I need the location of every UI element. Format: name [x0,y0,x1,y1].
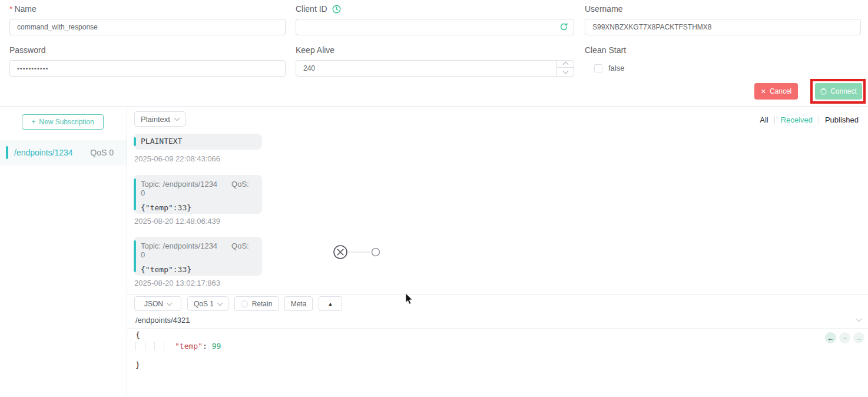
message-payload: {"temp":33} [141,265,254,274]
chevron-down-icon [217,300,223,306]
name-input[interactable] [9,19,286,35]
tab-all[interactable]: All [754,115,774,124]
tab-received[interactable]: Received [775,115,819,124]
connect-button[interactable]: Connect [815,83,862,100]
keep-alive-input[interactable] [296,60,574,77]
clean-start-value: false [608,64,624,72]
message-accent-bar [134,137,136,146]
disconnected-status-icon [332,243,385,263]
password-label: Password [9,45,45,55]
mouse-cursor [405,293,413,307]
subscription-qos: QoS 0 [90,148,114,157]
payload-editor[interactable]: { "temp": 99 } [135,330,830,370]
stepper-down-icon[interactable] [557,68,574,75]
message-meta: Topic: /endpoints/1234QoS: 0 [141,241,254,259]
subscription-topic: /endpoints/1234 [14,148,73,157]
clean-start-checkbox[interactable] [594,64,602,72]
clean-start-control: false [594,64,624,72]
editor-line: } [135,360,830,370]
password-input[interactable] [9,60,286,77]
history-middle-button[interactable]: − [839,332,850,343]
app-window: *Name Client ID Username Password Keep A… [0,0,868,397]
message-payload: {"temp":33} [141,203,254,212]
meta-button[interactable]: Meta [284,296,313,311]
publish-topic-input[interactable] [135,316,842,325]
username-input[interactable] [585,19,861,35]
client-id-input[interactable] [296,19,574,35]
tab-published[interactable]: Published [819,115,864,124]
chevron-down-icon [174,115,180,121]
triangle-up-icon: ▲ [328,301,333,307]
history-forward-button[interactable]: → [853,332,864,343]
topic-chevron-down-icon[interactable] [856,316,862,322]
qos-select[interactable]: QoS 1 [187,296,228,311]
message-timestamp: 2025-08-20 13:02:17:863 [134,279,220,287]
loading-spinner-icon [820,88,827,95]
retain-radio-icon [241,300,248,307]
arrow-left-icon: ← [827,334,834,342]
cancel-button[interactable]: ✕ Cancel [754,83,798,100]
payload-type-select[interactable]: JSON [134,296,181,311]
subscription-item[interactable]: /endpoints/1234 QoS 0 [0,140,127,166]
required-asterisk: * [9,4,12,14]
message-payload: PLAINTEXT [141,137,254,145]
arrow-right-icon: → [856,334,863,342]
editor-line [135,351,830,360]
message-timestamp: 2025-06-09 22:08:43:066 [134,154,220,163]
message-card: PLAINTEXT [134,134,262,150]
minus-icon: − [843,334,847,342]
editor-line: { [135,330,830,340]
plus-icon: + [31,118,35,126]
message-accent-bar [134,178,136,210]
collapse-panel-button[interactable]: ▲ [319,296,342,311]
refresh-client-id-icon[interactable] [559,22,568,33]
keep-alive-stepper[interactable] [556,60,574,77]
retain-toggle[interactable]: Retain [234,296,279,311]
clock-icon [332,5,341,14]
message-card: Topic: /endpoints/1234QoS: 0 {"temp":33} [134,175,262,214]
editor-line: "temp": 99 [135,341,830,351]
chevron-down-icon [167,300,173,306]
new-subscription-button[interactable]: + New Subscription [22,114,104,130]
close-icon: ✕ [761,88,766,95]
client-id-label: Client ID [296,4,341,14]
clean-start-label: Clean Start [585,45,626,55]
message-card: Topic: /endpoints/1234QoS: 0 {"temp":33} [134,237,262,276]
username-label: Username [585,4,623,14]
indent-guides [135,341,175,351]
message-timestamp: 2025-08-20 12:48:06:439 [134,217,220,226]
message-filter-tabs: All Received Published [754,115,864,124]
message-meta: Topic: /endpoints/1234QoS: 0 [141,180,254,197]
stepper-up-icon[interactable] [557,60,574,68]
keep-alive-label: Keep Alive [296,45,334,55]
message-accent-bar [134,240,136,272]
history-back-button[interactable]: ← [825,332,836,343]
payload-format-select[interactable]: Plaintext [134,111,185,127]
subscription-accent-bar [6,146,8,159]
name-label: *Name [9,4,37,14]
